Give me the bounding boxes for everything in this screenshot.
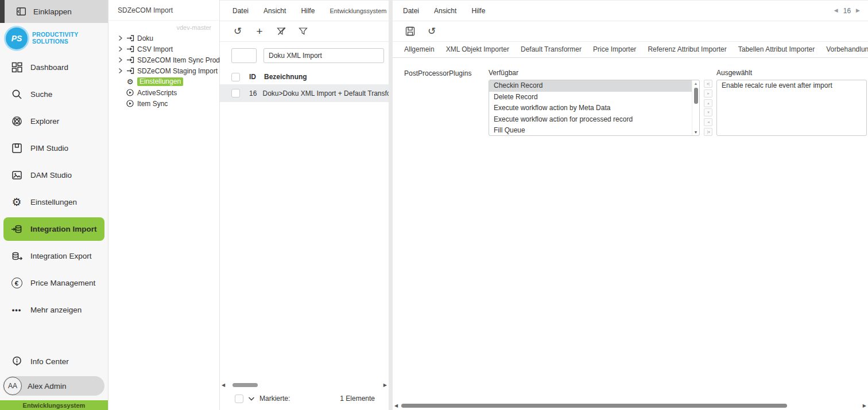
info-center-icon	[10, 356, 23, 367]
menu-datei[interactable]: Datei	[232, 7, 249, 15]
scroll-right-icon[interactable]: ▶	[383, 383, 387, 388]
table-header: ID Bezeichnung	[220, 69, 389, 84]
sidebar-item-integration-export[interactable]: Integration Export	[0, 243, 108, 270]
tree-item-sdzecom-staging-import[interactable]: SDZeCOM Staging Import	[108, 65, 219, 76]
settings-gear-icon: ⚙	[10, 197, 23, 208]
sidebar-item-mehr-anzeigen[interactable]: ••• Mehr anzeigen	[0, 296, 108, 323]
chevron-down-icon[interactable]	[248, 396, 255, 401]
move-down-button[interactable]: ▾	[704, 108, 712, 116]
tab-default-transformer[interactable]: Default Transformer	[521, 45, 582, 57]
tab-xml-objekt-importer[interactable]: XML Objekt Importer	[446, 45, 509, 57]
menu-hilfe[interactable]: Hilfe	[471, 7, 485, 15]
column-header-id[interactable]: ID	[249, 73, 262, 81]
tab-allgemein[interactable]: Allgemein	[404, 45, 435, 57]
clear-filter-button[interactable]	[276, 27, 287, 36]
list-item[interactable]: Enable recalc rule event after import	[717, 80, 866, 92]
collapse-sidebar-button[interactable]: Einklappen	[0, 0, 108, 23]
available-column: Verfügbar Checkin Record Delete Record E…	[489, 69, 700, 136]
save-button[interactable]	[404, 26, 416, 36]
sidebar-item-integration-import[interactable]: Integration Import	[3, 217, 104, 241]
user-account-button[interactable]: AA Alex Admin	[3, 376, 104, 396]
scrollbar-track[interactable]	[401, 404, 860, 408]
sidebar-item-label: Dashboard	[30, 63, 68, 72]
tree-item-activescripts[interactable]: ActiveScripts	[108, 87, 219, 98]
column-header-bezeichnung[interactable]: Bezeichnung	[264, 73, 307, 81]
tree-item-einstellungen[interactable]: ⚙ Einstellungen	[108, 76, 219, 87]
sidebar-item-label: PIM Studio	[30, 144, 68, 153]
list-item[interactable]: Fill Queue	[489, 125, 692, 136]
tab-referenz-attribut-importer[interactable]: Referenz Attribut Importer	[648, 45, 726, 57]
pim-studio-icon	[10, 143, 23, 154]
plus-icon: +	[256, 26, 262, 37]
record-pagination: ◀ 16 ▶	[834, 7, 860, 15]
move-all-left-button[interactable]: |◂	[704, 128, 712, 136]
scrollbar-thumb[interactable]	[694, 88, 698, 104]
import-icon	[126, 56, 134, 64]
chevron-right-icon[interactable]	[118, 35, 124, 41]
detail-tabs: Allgemein XML Objekt Importer Default Tr…	[393, 42, 868, 58]
filter-button[interactable]	[297, 27, 309, 36]
logo-text: PRODUCTIVITY SOLUTIONS	[32, 32, 79, 45]
sidebar-item-dashboard[interactable]: Dashboard	[0, 54, 108, 81]
name-filter-input[interactable]	[264, 48, 384, 63]
tree-item-label-selected: Einstellungen	[137, 77, 183, 86]
table-row[interactable]: 16 Doku>Doku XML Import + Default Transf…	[220, 84, 389, 102]
sidebar-item-dam-studio[interactable]: DAM Studio	[0, 162, 108, 189]
scroll-down-icon[interactable]: ▼	[694, 130, 698, 135]
chevron-right-icon[interactable]	[118, 46, 124, 52]
scroll-left-icon[interactable]: ◀	[394, 404, 398, 408]
sidebar-item-pim-studio[interactable]: PIM Studio	[0, 135, 108, 162]
list-item[interactable]: Delete Record	[489, 92, 692, 103]
sidebar-item-explorer[interactable]: Explorer	[0, 108, 108, 135]
sidebar-item-einstellungen[interactable]: ⚙ Einstellungen	[0, 189, 108, 216]
tree-item-csv-import[interactable]: CSV Import	[108, 44, 219, 54]
move-all-right-button[interactable]: ▸|	[704, 80, 712, 88]
marked-checkbox[interactable]	[235, 395, 243, 403]
sidebar-item-suche[interactable]: Suche	[0, 81, 108, 108]
filter-icon	[299, 27, 308, 36]
tree-panel-title: SDZeCOM Import	[108, 0, 219, 21]
search-icon	[10, 89, 23, 100]
tab-tabellen-attribut-importer[interactable]: Tabellen Attribut Importer	[738, 45, 815, 57]
tab-vorbehandlung[interactable]: Vorbehandlung	[826, 45, 868, 57]
save-floppy-icon	[405, 26, 415, 36]
move-up-button[interactable]: ▴	[704, 99, 712, 107]
scroll-right-icon[interactable]: ▶	[863, 404, 866, 408]
row-checkbox[interactable]	[231, 89, 240, 97]
detail-panel-toolbar: ↺	[393, 21, 868, 42]
menu-datei[interactable]: Datei	[403, 7, 419, 15]
selected-title: Ausgewählt	[716, 69, 867, 77]
sidebar-item-price-management[interactable]: € Price Management	[0, 270, 108, 296]
refresh-button[interactable]: ↺	[426, 26, 437, 36]
move-left-button[interactable]: ◂	[704, 118, 712, 126]
previous-record-icon[interactable]: ◀	[834, 8, 838, 13]
detail-body-empty	[393, 136, 868, 403]
scrollbar-track[interactable]	[228, 383, 381, 388]
panel-divider[interactable]	[389, 0, 393, 410]
id-filter-input[interactable]	[231, 48, 257, 63]
refresh-button[interactable]: ↺	[232, 26, 243, 36]
refresh-icon: ↺	[428, 26, 436, 36]
move-right-button[interactable]: ▸	[704, 89, 712, 97]
menu-hilfe[interactable]: Hilfe	[301, 7, 315, 15]
tree-item-sdzecom-item-sync-products[interactable]: SDZeCOM Item Sync Products	[108, 54, 219, 65]
add-button[interactable]: +	[254, 26, 265, 37]
import-icon	[126, 34, 134, 42]
sidebar-item-info-center[interactable]: Info Center	[0, 350, 108, 373]
tree-item-item-sync[interactable]: Item Sync	[108, 98, 219, 109]
menu-ansicht[interactable]: Ansicht	[264, 7, 286, 15]
scrollbar-thumb[interactable]	[401, 404, 787, 408]
chevron-right-icon[interactable]	[118, 57, 124, 63]
tree-item-doku[interactable]: Doku	[108, 33, 219, 44]
scroll-up-icon[interactable]: ▲	[694, 81, 698, 86]
scrollbar-thumb[interactable]	[232, 383, 258, 387]
next-record-icon[interactable]: ▶	[856, 8, 860, 13]
scroll-left-icon[interactable]: ◀	[222, 383, 225, 388]
list-item[interactable]: Checkin Record	[489, 80, 692, 92]
list-item[interactable]: Execute workflow action by Meta Data	[489, 103, 692, 114]
chevron-right-icon[interactable]	[118, 68, 124, 74]
list-item[interactable]: Execute workflow action for processed re…	[489, 114, 692, 126]
menu-ansicht[interactable]: Ansicht	[434, 7, 456, 15]
select-all-checkbox[interactable]	[231, 73, 240, 81]
tab-price-importer[interactable]: Price Importer	[593, 45, 636, 57]
